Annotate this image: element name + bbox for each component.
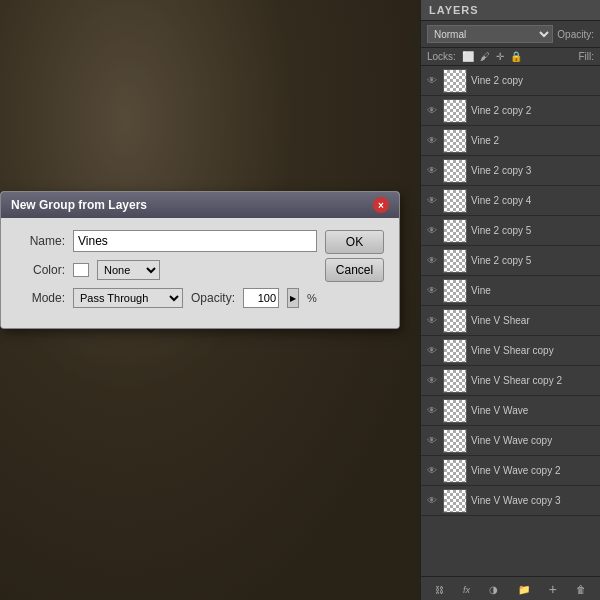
layer-name: Vine 2 copy 4 bbox=[471, 195, 596, 206]
layer-name: Vine V Wave bbox=[471, 405, 596, 416]
mode-select[interactable]: Pass Through Normal Multiply Screen Over… bbox=[73, 288, 183, 308]
create-group-icon[interactable] bbox=[518, 582, 530, 596]
layer-visibility-icon[interactable]: 👁 bbox=[425, 224, 439, 238]
dialog-title: New Group from Layers bbox=[11, 198, 147, 212]
blend-mode-select[interactable]: Normal Multiply Screen bbox=[427, 25, 553, 43]
layer-thumbnail bbox=[443, 309, 467, 333]
opacity-label: Opacity: bbox=[191, 291, 235, 305]
mode-row: Mode: Pass Through Normal Multiply Scree… bbox=[17, 288, 317, 308]
layer-item[interactable]: 👁Vine 2 copy 5 bbox=[421, 216, 600, 246]
layer-name: Vine 2 copy 2 bbox=[471, 105, 596, 116]
name-input[interactable] bbox=[73, 230, 317, 252]
add-layer-style-icon[interactable] bbox=[463, 582, 470, 596]
layer-thumbnail bbox=[443, 489, 467, 513]
dialog-buttons: OK Cancel bbox=[325, 230, 384, 316]
opacity-label: Opacity: bbox=[557, 29, 594, 40]
layer-thumbnail bbox=[443, 69, 467, 93]
layer-visibility-icon[interactable]: 👁 bbox=[425, 194, 439, 208]
layer-item[interactable]: 👁Vine V Shear bbox=[421, 306, 600, 336]
layer-visibility-icon[interactable]: 👁 bbox=[425, 434, 439, 448]
ok-button[interactable]: OK bbox=[325, 230, 384, 254]
layer-name: Vine V Wave copy 3 bbox=[471, 495, 596, 506]
layer-item[interactable]: 👁Vine bbox=[421, 276, 600, 306]
layer-item[interactable]: 👁Vine V Wave copy bbox=[421, 426, 600, 456]
layer-visibility-icon[interactable]: 👁 bbox=[425, 134, 439, 148]
layer-item[interactable]: 👁Vine 2 copy 3 bbox=[421, 156, 600, 186]
create-layer-icon[interactable] bbox=[549, 581, 557, 597]
layers-panel: LAYERS Normal Multiply Screen Opacity: L… bbox=[420, 0, 600, 600]
layer-item[interactable]: 👁Vine V Shear copy 2 bbox=[421, 366, 600, 396]
lock-all-icon[interactable]: 🔒 bbox=[510, 51, 522, 62]
color-row: Color: None Red Orange Yellow Green Blue bbox=[17, 260, 317, 280]
layer-item[interactable]: 👁Vine V Wave bbox=[421, 396, 600, 426]
layer-visibility-icon[interactable]: 👁 bbox=[425, 404, 439, 418]
locks-label: Locks: bbox=[427, 51, 456, 62]
dialog-fields: Name: Color: None Red Orange Yellow Gree… bbox=[17, 230, 317, 316]
add-adjustment-icon[interactable] bbox=[489, 582, 498, 596]
layer-list: 👁Vine 2 copy👁Vine 2 copy 2👁Vine 2👁Vine 2… bbox=[421, 66, 600, 566]
layer-name: Vine V Wave copy bbox=[471, 435, 596, 446]
layer-visibility-icon[interactable]: 👁 bbox=[425, 464, 439, 478]
layer-visibility-icon[interactable]: 👁 bbox=[425, 314, 439, 328]
dialog-main: Name: Color: None Red Orange Yellow Gree… bbox=[17, 230, 383, 316]
lock-position-icon[interactable]: ✛ bbox=[496, 51, 504, 62]
layer-thumbnail bbox=[443, 219, 467, 243]
layer-thumbnail bbox=[443, 399, 467, 423]
layer-item[interactable]: 👁Vine V Shear copy bbox=[421, 336, 600, 366]
layer-thumbnail bbox=[443, 189, 467, 213]
layer-thumbnail bbox=[443, 369, 467, 393]
panel-locks: Locks: ⬜ 🖌 ✛ 🔒 Fill: bbox=[421, 48, 600, 66]
layer-thumbnail bbox=[443, 339, 467, 363]
color-swatch bbox=[73, 263, 89, 277]
fill-label: Fill: bbox=[578, 51, 594, 62]
cancel-button[interactable]: Cancel bbox=[325, 258, 384, 282]
link-layers-icon[interactable] bbox=[435, 582, 444, 596]
dialog-titlebar[interactable]: New Group from Layers × bbox=[1, 192, 399, 218]
layer-visibility-icon[interactable]: 👁 bbox=[425, 284, 439, 298]
layer-visibility-icon[interactable]: 👁 bbox=[425, 374, 439, 388]
layer-item[interactable]: 👁Vine 2 copy 2 bbox=[421, 96, 600, 126]
layer-name: Vine 2 copy bbox=[471, 75, 596, 86]
layer-item[interactable]: 👁Vine 2 copy 5 bbox=[421, 246, 600, 276]
layer-name: Vine 2 copy 5 bbox=[471, 255, 596, 266]
layer-name: Vine 2 copy 3 bbox=[471, 165, 596, 176]
opacity-input[interactable] bbox=[243, 288, 279, 308]
delete-layer-icon[interactable] bbox=[576, 582, 586, 596]
layer-visibility-icon[interactable]: 👁 bbox=[425, 494, 439, 508]
layer-visibility-icon[interactable]: 👁 bbox=[425, 254, 439, 268]
new-group-dialog: New Group from Layers × Name: Color: bbox=[0, 191, 400, 329]
dialog-close-button[interactable]: × bbox=[373, 197, 389, 213]
layer-thumbnail bbox=[443, 99, 467, 123]
layer-item[interactable]: 👁Vine V Wave copy 3 bbox=[421, 486, 600, 516]
layer-thumbnail bbox=[443, 279, 467, 303]
name-row: Name: bbox=[17, 230, 317, 252]
layer-item[interactable]: 👁Vine 2 copy 4 bbox=[421, 186, 600, 216]
layer-item[interactable]: 👁Vine V Wave copy 2 bbox=[421, 456, 600, 486]
layer-name: Vine bbox=[471, 285, 596, 296]
layer-thumbnail bbox=[443, 459, 467, 483]
layer-name: Vine 2 copy 5 bbox=[471, 225, 596, 236]
dialog-body: Name: Color: None Red Orange Yellow Gree… bbox=[1, 218, 399, 328]
layer-thumbnail bbox=[443, 249, 467, 273]
layer-visibility-icon[interactable]: 👁 bbox=[425, 344, 439, 358]
color-label: Color: bbox=[17, 263, 65, 277]
layer-name: Vine V Shear bbox=[471, 315, 596, 326]
lock-image-icon[interactable]: 🖌 bbox=[480, 51, 490, 62]
layer-thumbnail bbox=[443, 129, 467, 153]
panel-title: LAYERS bbox=[421, 0, 600, 21]
color-select[interactable]: None Red Orange Yellow Green Blue bbox=[97, 260, 160, 280]
layer-item[interactable]: 👁Vine 2 copy bbox=[421, 66, 600, 96]
mode-label: Mode: bbox=[17, 291, 65, 305]
dialog-overlay: New Group from Layers × Name: Color: bbox=[0, 0, 420, 600]
panel-bottom bbox=[421, 576, 600, 600]
layer-item[interactable]: 👁Vine 2 bbox=[421, 126, 600, 156]
layer-thumbnail bbox=[443, 429, 467, 453]
lock-transparent-icon[interactable]: ⬜ bbox=[462, 51, 474, 62]
panel-controls: Normal Multiply Screen Opacity: bbox=[421, 21, 600, 48]
name-label: Name: bbox=[17, 234, 65, 248]
layer-visibility-icon[interactable]: 👁 bbox=[425, 104, 439, 118]
layer-visibility-icon[interactable]: 👁 bbox=[425, 164, 439, 178]
layer-visibility-icon[interactable]: 👁 bbox=[425, 74, 439, 88]
layer-name: Vine V Wave copy 2 bbox=[471, 465, 596, 476]
opacity-stepper[interactable]: ▶ bbox=[287, 288, 299, 308]
